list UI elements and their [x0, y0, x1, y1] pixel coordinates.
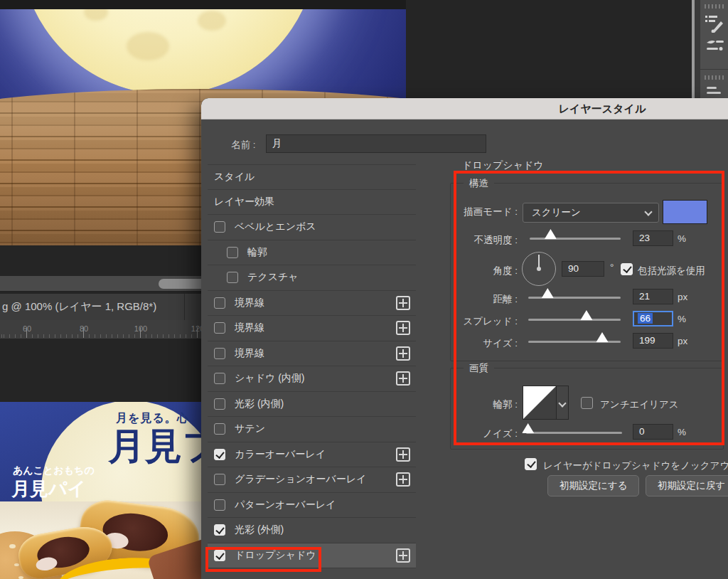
tsukimi-pie-ad-image: 月を見る。心 月見フ あんことおもちの 月見パイ: [0, 402, 201, 579]
document-tab-title[interactable]: g @ 100% (レイヤー 1, RGB/8*): [2, 300, 156, 314]
list-item-gradient-overlay[interactable]: グラデーションオーバーレイ: [208, 467, 416, 493]
checkbox[interactable]: [227, 272, 238, 283]
list-item-color-overlay[interactable]: カラーオーバーレイ: [208, 442, 416, 468]
ruler: 60 80 100 120: [0, 320, 201, 339]
add-effect-button[interactable]: [396, 371, 410, 386]
ad-subtitle: あんことおもちの: [13, 464, 95, 477]
knockout-label: レイヤーがドロップシャドウをノックアウト: [543, 460, 728, 472]
dialog-title-bar[interactable]: レイヤースタイル: [201, 98, 728, 119]
brush-settings-icon[interactable]: [705, 14, 724, 33]
checkbox[interactable]: [227, 247, 238, 258]
checkbox[interactable]: [214, 499, 225, 511]
dialog-title: レイヤースタイル: [559, 102, 646, 116]
list-item-satin[interactable]: サテン: [208, 417, 416, 442]
photoshop-workspace: g @ 100% (レイヤー 1, RGB/8*) 60 80 100 120 …: [0, 0, 728, 579]
make-default-button[interactable]: 初期設定にする: [547, 475, 639, 496]
reset-default-button[interactable]: 初期設定に戻す: [646, 475, 728, 496]
checkbox[interactable]: [214, 348, 225, 359]
list-item-inner-glow[interactable]: 光彩 (内側): [208, 392, 416, 418]
document-tab-bar[interactable]: g @ 100% (レイヤー 1, RGB/8*): [0, 294, 201, 320]
name-label: 名前 :: [231, 139, 256, 152]
name-input[interactable]: [266, 134, 486, 153]
list-item-styles[interactable]: スタイル: [208, 164, 416, 190]
brush-panel-tile: [700, 0, 728, 57]
lower-panel-tile: [700, 71, 728, 101]
add-effect-button[interactable]: [396, 346, 410, 361]
add-effect-button[interactable]: [396, 548, 410, 563]
add-effect-button[interactable]: [396, 296, 410, 310]
style-list: スタイル レイヤー効果 ベベルとエンボス 輪郭 テクスチャ 境界線 境界線 境界…: [208, 164, 416, 579]
checkbox[interactable]: [214, 221, 225, 233]
list-item-contour[interactable]: 輪郭: [208, 240, 416, 266]
checkbox[interactable]: [214, 474, 225, 485]
checkbox[interactable]: [214, 398, 225, 410]
knockout-checkbox[interactable]: [525, 458, 537, 470]
list-item-layer-effects[interactable]: レイヤー効果: [208, 190, 416, 216]
moon-image: [20, 9, 317, 95]
layer-style-dialog: レイヤースタイル 名前 : スタイル レイヤー効果 ベベルとエンボス 輪郭 テク…: [201, 98, 728, 579]
list-item-bevel-emboss[interactable]: ベベルとエンボス: [208, 215, 416, 240]
ad-headline: 月見フ: [108, 422, 201, 472]
add-effect-button[interactable]: [396, 447, 410, 462]
list-item-inner-shadow[interactable]: シャドウ (内側): [208, 366, 416, 392]
list-item-pattern-overlay[interactable]: パターンオーバーレイ: [208, 493, 416, 519]
add-effect-button[interactable]: [396, 321, 410, 335]
checkbox-checked[interactable]: [214, 449, 225, 460]
annotation-box-drop-shadow-panel: [454, 171, 724, 445]
ad-product-name: 月見パイ: [11, 477, 86, 501]
annotation-box-drop-shadow-row: [205, 547, 321, 572]
panel-grip[interactable]: [705, 4, 724, 9]
checkbox[interactable]: [214, 297, 225, 309]
ruler-label: 80: [80, 324, 88, 333]
brushes-icon[interactable]: [705, 38, 724, 57]
list-item-outer-glow[interactable]: 光彩 (外側): [208, 518, 416, 543]
list-item-texture[interactable]: テクスチャ: [208, 265, 416, 291]
ruler-label: 100: [134, 324, 147, 333]
checkbox[interactable]: [214, 322, 225, 334]
panel-grip[interactable]: [705, 75, 724, 80]
checkbox[interactable]: [214, 373, 225, 384]
list-item-stroke-2[interactable]: 境界線: [208, 316, 416, 341]
panel-divider: [700, 69, 728, 70]
checkbox[interactable]: [214, 423, 225, 435]
checkbox-checked[interactable]: [214, 524, 225, 536]
horizontal-scrollbar[interactable]: [0, 276, 201, 292]
ruler-label: 60: [23, 324, 31, 333]
add-effect-button[interactable]: [396, 472, 410, 487]
list-item-stroke-1[interactable]: 境界線: [208, 291, 416, 317]
tab-divider: [184, 294, 185, 320]
ad-photo: [0, 501, 201, 579]
list-item-stroke-3[interactable]: 境界線: [208, 341, 416, 367]
pasteboard-strip: [0, 0, 406, 9]
